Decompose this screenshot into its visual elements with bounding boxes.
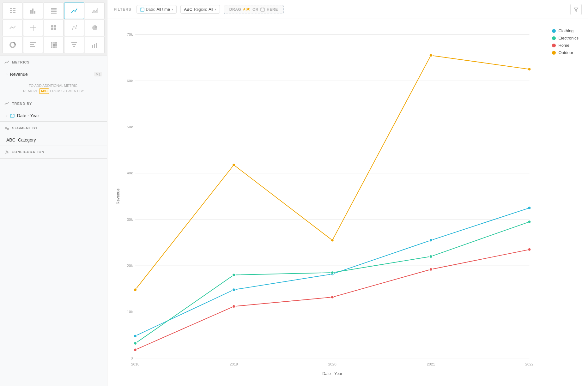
- chart-type-area[interactable]: [85, 3, 105, 19]
- legend-dot-clothing: [552, 29, 556, 33]
- chart-type-map[interactable]: [44, 20, 64, 36]
- chart-type-pie[interactable]: [85, 20, 105, 36]
- svg-rect-32: [51, 44, 52, 46]
- svg-rect-7: [32, 9, 33, 14]
- segment-by-label: SEGMENT BY: [12, 126, 38, 130]
- chart-type-grid2[interactable]: [23, 37, 43, 53]
- svg-text:10k: 10k: [127, 310, 133, 314]
- svg-text:20k: 20k: [127, 263, 133, 268]
- svg-point-21: [72, 28, 73, 30]
- svg-rect-26: [30, 42, 36, 43]
- trend-by-section: TREND BY › Date - Year: [0, 97, 107, 122]
- legend-home: Home: [552, 43, 579, 48]
- date-filter-label: Date:: [146, 7, 155, 12]
- legend-label-home: Home: [558, 43, 569, 48]
- svg-point-95: [134, 288, 137, 291]
- legend-dot-home: [552, 44, 556, 47]
- svg-rect-37: [55, 46, 57, 48]
- filters-label: FILTERS: [114, 7, 131, 12]
- main-content: FILTERS Date: All time ▾ ABC Region: All…: [107, 0, 588, 386]
- legend-label-clothing: Clothing: [558, 28, 573, 33]
- region-filter-pill[interactable]: ABC Region: All ▾: [180, 5, 220, 14]
- date-filter-pill[interactable]: Date: All time ▾: [136, 5, 177, 14]
- segment-by-icon: [4, 125, 9, 130]
- legend-label-electronics: Electronics: [558, 36, 579, 40]
- svg-rect-0: [10, 8, 12, 9]
- svg-rect-27: [30, 44, 34, 45]
- segment-by-header[interactable]: SEGMENT BY: [0, 122, 107, 134]
- chart-type-pivot[interactable]: [44, 3, 64, 19]
- chart-area: 010k20k30k40k50k60k70k201820192020202120…: [107, 19, 588, 386]
- svg-text:70k: 70k: [127, 32, 133, 36]
- legend-dot-electronics: [552, 36, 556, 40]
- svg-rect-17: [51, 25, 53, 27]
- legend-outdoor: Outdoor: [552, 50, 579, 55]
- drag-abc-icon: ABC: [243, 8, 250, 11]
- svg-point-89: [528, 220, 531, 223]
- add-metric-hint: TO ADD ADDITIONAL METRIC, REMOVE ABC FRO…: [0, 80, 107, 97]
- chart-type-bar[interactable]: [23, 3, 43, 19]
- metrics-section: METRICS › Revenue M1 TO ADD ADDITIONAL M…: [0, 56, 107, 97]
- svg-rect-53: [261, 8, 264, 11]
- chart-type-scatter[interactable]: [64, 20, 84, 36]
- svg-rect-44: [10, 114, 14, 118]
- trend-by-header[interactable]: TREND BY: [0, 97, 107, 110]
- svg-rect-38: [71, 42, 77, 43]
- svg-text:60k: 60k: [127, 79, 133, 83]
- chart-type-cross[interactable]: [23, 20, 43, 36]
- revenue-chevron[interactable]: ›: [6, 72, 8, 76]
- segment-by-section: SEGMENT BY ABC Category: [0, 122, 107, 146]
- svg-text:2018: 2018: [131, 362, 139, 366]
- svg-rect-39: [72, 44, 76, 45]
- chart-type-funnel[interactable]: [64, 37, 84, 53]
- svg-point-90: [134, 348, 137, 352]
- svg-point-22: [73, 26, 75, 27]
- region-filter-caret[interactable]: ▾: [215, 8, 216, 11]
- segment-by-category-row[interactable]: ABC Category: [0, 134, 107, 146]
- svg-point-96: [232, 163, 235, 166]
- segment-by-category-name: Category: [18, 137, 36, 142]
- drag-text: DRAG: [229, 7, 241, 12]
- filter-funnel-button[interactable]: [570, 4, 582, 15]
- svg-text:40k: 40k: [127, 171, 133, 175]
- configuration-header[interactable]: CONFIGURATION: [0, 146, 107, 158]
- date-filter-value: All time: [157, 7, 170, 12]
- svg-rect-12: [51, 13, 57, 14]
- svg-rect-43: [96, 43, 97, 48]
- revenue-metric-name: Revenue: [10, 72, 28, 77]
- svg-rect-2: [10, 10, 12, 11]
- date-filter-calendar-icon: [140, 7, 144, 12]
- svg-rect-1: [13, 8, 15, 9]
- svg-text:50k: 50k: [127, 125, 133, 129]
- svg-rect-40: [73, 46, 75, 47]
- svg-text:2022: 2022: [525, 362, 533, 366]
- metrics-header[interactable]: METRICS: [0, 56, 107, 69]
- chart-type-table[interactable]: [3, 3, 22, 19]
- svg-text:Date - Year: Date - Year: [322, 371, 342, 376]
- svg-rect-42: [94, 44, 95, 48]
- metrics-label: METRICS: [12, 60, 30, 64]
- trend-by-date-year-row[interactable]: › Date - Year: [0, 110, 107, 121]
- svg-rect-11: [51, 11, 57, 12]
- legend-dot-outdoor: [552, 51, 556, 55]
- configuration-label: CONFIGURATION: [12, 150, 45, 154]
- chart-type-waterfall[interactable]: [85, 37, 105, 53]
- chart-type-heatmap[interactable]: [44, 37, 64, 53]
- drag-drop-zone[interactable]: DRAG ABC OR HERE: [224, 5, 284, 14]
- svg-point-83: [429, 239, 433, 242]
- region-filter-abc-icon: ABC: [184, 7, 192, 12]
- revenue-metric-row[interactable]: › Revenue M1: [0, 69, 107, 80]
- hint-abc: ABC: [39, 88, 49, 94]
- trend-by-chevron[interactable]: ›: [6, 114, 8, 118]
- chart-type-line[interactable]: [64, 3, 84, 19]
- trend-by-label: TREND BY: [12, 102, 32, 106]
- date-filter-caret[interactable]: ▾: [172, 8, 173, 11]
- segment-abc-icon: ABC: [6, 137, 15, 142]
- svg-point-92: [331, 296, 334, 299]
- chart-type-sparkline[interactable]: [3, 20, 22, 36]
- drag-or-text: OR: [252, 7, 258, 12]
- svg-point-91: [232, 305, 235, 308]
- svg-text:0: 0: [131, 356, 133, 360]
- svg-rect-34: [55, 44, 57, 46]
- chart-type-donut[interactable]: [3, 37, 22, 53]
